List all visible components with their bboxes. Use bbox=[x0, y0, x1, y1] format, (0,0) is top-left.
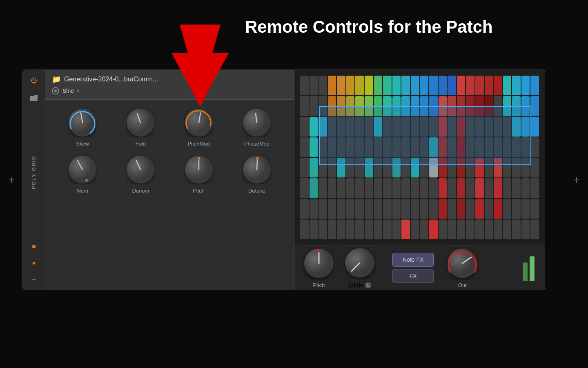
pad-cell[interactable] bbox=[494, 220, 502, 239]
pad-cell[interactable] bbox=[448, 158, 456, 177]
pad-cell[interactable] bbox=[346, 158, 355, 177]
pad-cell[interactable] bbox=[530, 178, 539, 198]
pad-cell[interactable] bbox=[512, 178, 521, 198]
pad-cell[interactable] bbox=[457, 178, 466, 198]
pad-cell[interactable] bbox=[439, 158, 447, 177]
pad-cell[interactable] bbox=[512, 158, 521, 177]
pad-cell[interactable] bbox=[420, 137, 429, 157]
pad-cell[interactable] bbox=[429, 220, 438, 239]
pad-cell[interactable] bbox=[494, 199, 502, 219]
pad-cell[interactable] bbox=[383, 158, 392, 177]
pad-cell[interactable] bbox=[401, 137, 410, 157]
pad-cell[interactable] bbox=[512, 96, 521, 116]
skew-knob[interactable] bbox=[68, 108, 97, 137]
pad-cell[interactable] bbox=[383, 76, 392, 95]
pad-cell[interactable] bbox=[411, 178, 419, 198]
pad-cell[interactable] bbox=[355, 117, 364, 137]
pad-cell[interactable] bbox=[411, 220, 419, 239]
pad-cell[interactable] bbox=[485, 220, 493, 239]
pad-cell[interactable] bbox=[300, 76, 309, 95]
detune-knob[interactable] bbox=[242, 155, 272, 184]
pad-cell[interactable] bbox=[494, 178, 502, 198]
pad-cell[interactable] bbox=[448, 117, 456, 137]
pad-cell[interactable] bbox=[494, 76, 502, 95]
pad-cell[interactable] bbox=[392, 96, 401, 116]
pad-cell[interactable] bbox=[429, 137, 438, 157]
pad-cell[interactable] bbox=[466, 220, 474, 239]
pad-cell[interactable] bbox=[328, 158, 336, 177]
pad-cell[interactable] bbox=[448, 137, 456, 157]
pad-cell[interactable] bbox=[485, 178, 493, 198]
pad-cell[interactable] bbox=[355, 199, 364, 219]
pad-cell[interactable] bbox=[310, 96, 318, 116]
pad-cell[interactable] bbox=[328, 76, 336, 95]
pad-cell[interactable] bbox=[466, 117, 474, 137]
pad-cell[interactable] bbox=[475, 199, 484, 219]
pad-cell[interactable] bbox=[346, 117, 355, 137]
pad-cell[interactable] bbox=[429, 117, 438, 137]
pad-cell[interactable] bbox=[494, 96, 502, 116]
pad-cell[interactable] bbox=[328, 117, 336, 137]
pad-cell[interactable] bbox=[503, 199, 512, 219]
pad-cell[interactable] bbox=[346, 96, 355, 116]
pad-cell[interactable] bbox=[521, 117, 530, 137]
pad-cell[interactable] bbox=[521, 158, 530, 177]
pad-cell[interactable] bbox=[346, 220, 355, 239]
sidebar-icon-square[interactable]: ■ bbox=[28, 241, 40, 252]
pad-cell[interactable] bbox=[392, 199, 401, 219]
pad-cell[interactable] bbox=[310, 76, 318, 95]
pad-cell[interactable] bbox=[521, 220, 530, 239]
pad-cell[interactable] bbox=[374, 178, 383, 198]
pad-cell[interactable] bbox=[318, 158, 327, 177]
pad-cell[interactable] bbox=[457, 199, 466, 219]
pad-cell[interactable] bbox=[328, 178, 336, 198]
add-left-button[interactable]: + bbox=[8, 173, 15, 186]
pad-cell[interactable] bbox=[365, 117, 373, 137]
pad-cell[interactable] bbox=[355, 76, 364, 95]
pad-cell[interactable] bbox=[448, 178, 456, 198]
pad-cell[interactable] bbox=[521, 96, 530, 116]
pad-cell[interactable] bbox=[530, 137, 539, 157]
pad-cell[interactable] bbox=[420, 178, 429, 198]
pad-cell[interactable] bbox=[457, 117, 466, 137]
pad-cell[interactable] bbox=[383, 96, 392, 116]
pad-cell[interactable] bbox=[521, 199, 530, 219]
pad-cell[interactable] bbox=[420, 96, 429, 116]
pad-cell[interactable] bbox=[494, 117, 502, 137]
pad-cell[interactable] bbox=[318, 137, 327, 157]
pad-cell[interactable] bbox=[503, 220, 512, 239]
pad-cell[interactable] bbox=[392, 220, 401, 239]
pad-cell[interactable] bbox=[346, 137, 355, 157]
num-knob[interactable] bbox=[68, 155, 97, 184]
pad-cell[interactable] bbox=[485, 158, 493, 177]
pad-cell[interactable] bbox=[475, 117, 484, 137]
pad-cell[interactable] bbox=[448, 199, 456, 219]
pad-cell[interactable] bbox=[392, 76, 401, 95]
pad-cell[interactable] bbox=[466, 178, 474, 198]
pad-cell[interactable] bbox=[457, 137, 466, 157]
pad-cell[interactable] bbox=[411, 158, 419, 177]
pad-cell[interactable] bbox=[457, 220, 466, 239]
pad-cell[interactable] bbox=[355, 137, 364, 157]
pad-cell[interactable] bbox=[346, 76, 355, 95]
pad-cell[interactable] bbox=[466, 158, 474, 177]
pad-cell[interactable] bbox=[328, 137, 336, 157]
pad-cell[interactable] bbox=[475, 137, 484, 157]
pad-cell[interactable] bbox=[300, 137, 309, 157]
bottom-pitch-knob[interactable] bbox=[303, 247, 335, 280]
pad-cell[interactable] bbox=[411, 117, 419, 137]
pad-cell[interactable] bbox=[512, 199, 521, 219]
pad-cell[interactable] bbox=[318, 76, 327, 95]
pad-cell[interactable] bbox=[374, 220, 383, 239]
pad-cell[interactable] bbox=[318, 199, 327, 219]
pad-cell[interactable] bbox=[429, 199, 438, 219]
pad-cell[interactable] bbox=[530, 76, 539, 95]
pad-cell[interactable] bbox=[318, 117, 327, 137]
pad-cell[interactable] bbox=[503, 96, 512, 116]
pad-cell[interactable] bbox=[300, 158, 309, 177]
pad-cell[interactable] bbox=[374, 199, 383, 219]
pad-cell[interactable] bbox=[439, 117, 447, 137]
pad-cell[interactable] bbox=[392, 158, 401, 177]
waveform-dropdown[interactable]: ▾ bbox=[77, 89, 79, 93]
pad-cell[interactable] bbox=[337, 96, 345, 116]
